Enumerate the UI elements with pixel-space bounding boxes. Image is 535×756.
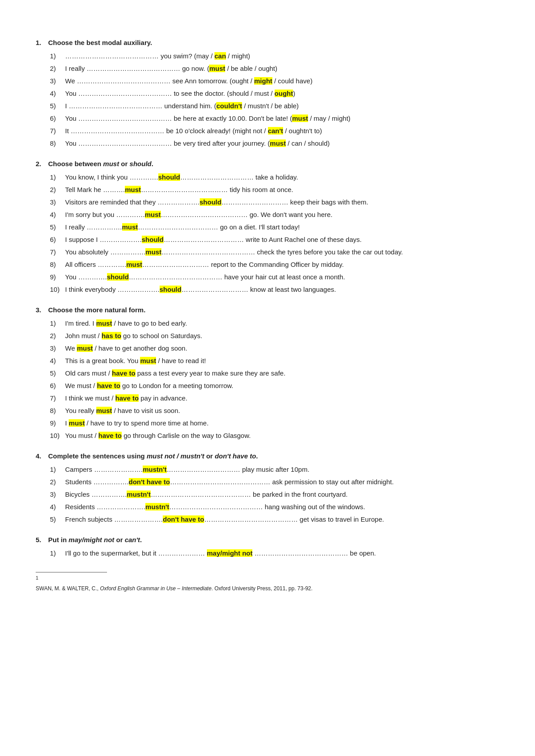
list-item: You know, I think you ………….should…………………… bbox=[50, 172, 499, 183]
section-2: 2.Choose between must or should.You know… bbox=[36, 159, 499, 295]
section-5-header: 5.Put in may/might not or can't. bbox=[36, 535, 499, 545]
section-4-list: Campers ………………….mustn't…………………………… play … bbox=[36, 464, 499, 525]
section-1-header: 1.Choose the best modal auxiliary. bbox=[36, 37, 499, 48]
list-item: I'm sorry but you ………….must…………………………………… bbox=[50, 209, 499, 220]
list-item: Old cars must / have to pass a test ever… bbox=[50, 368, 499, 379]
list-item: I think we must / have to pay in advance… bbox=[50, 393, 499, 404]
list-item: I think everybody ……………….should………………………… bbox=[50, 284, 499, 295]
section-3-list: I'm tired. I must / have to go to bed ea… bbox=[36, 318, 499, 441]
list-item: I …………………………………… understand him. (couldn… bbox=[50, 101, 499, 111]
list-item: This is a great book. You must / have to… bbox=[50, 356, 499, 366]
section-1-list: …………………………………… you swim? (may / can / mi… bbox=[36, 51, 499, 149]
list-item: Tell Mark he ……….must………………………………… tidy … bbox=[50, 184, 499, 195]
list-item: I really …………….must……………………………… go on a … bbox=[50, 222, 499, 233]
list-item: Visitors are reminded that they ……………….s… bbox=[50, 197, 499, 208]
section-1-title: Choose the best modal auxiliary. bbox=[48, 37, 152, 48]
list-item: You …………………………………… be very tired after y… bbox=[50, 138, 499, 149]
section-5-title: Put in may/might not or can't. bbox=[48, 535, 142, 545]
list-item: I'll go to the supermarket, but it ……………… bbox=[50, 548, 499, 559]
list-item: Bicycles …………….mustn't……………………………………… be… bbox=[50, 489, 499, 500]
section-1-num: 1. bbox=[36, 37, 45, 48]
list-item: We must / have to go to London for a mee… bbox=[50, 380, 499, 391]
section-3-header: 3.Choose the more natural form. bbox=[36, 305, 499, 315]
list-item: Students …………….don't have to………………………………… bbox=[50, 477, 499, 487]
section-5: 5.Put in may/might not or can't.I'll go … bbox=[36, 535, 499, 559]
list-item: Residents ………………….mustn't…………………………………… … bbox=[50, 502, 499, 512]
section-1: 1.Choose the best modal auxiliary.………………… bbox=[36, 37, 499, 149]
section-2-num: 2. bbox=[36, 159, 45, 169]
section-3: 3.Choose the more natural form.I'm tired… bbox=[36, 305, 499, 441]
section-2-header: 2.Choose between must or should. bbox=[36, 159, 499, 169]
section-4-header: 4.Complete the sentences using must not … bbox=[36, 451, 499, 462]
list-item: I'm tired. I must / have to go to bed ea… bbox=[50, 318, 499, 329]
list-item: All officers ………….must………………………… report … bbox=[50, 259, 499, 270]
section-4: 4.Complete the sentences using must not … bbox=[36, 451, 499, 525]
footnote-divider bbox=[36, 572, 107, 572]
section-3-title: Choose the more natural form. bbox=[48, 305, 145, 315]
list-item: You …………………………………… be here at exactly 10… bbox=[50, 113, 499, 124]
footnote-sup: 1 bbox=[36, 575, 38, 580]
list-item: Campers ………………….mustn't…………………………… play … bbox=[50, 464, 499, 475]
section-5-num: 5. bbox=[36, 535, 45, 545]
section-2-title: Choose between must or should. bbox=[48, 159, 153, 169]
list-item: You …………………………………… to see the doctor. (s… bbox=[50, 88, 499, 99]
footnote-ref: SWAN, M. & WALTER, C., Oxford English Gr… bbox=[36, 585, 313, 592]
section-4-num: 4. bbox=[36, 451, 45, 462]
section-2-list: You know, I think you ………….should…………………… bbox=[36, 172, 499, 295]
list-item: French subjects ………………….don't have to………… bbox=[50, 514, 499, 525]
list-item: I suppose I ……………….should……………………………… wr… bbox=[50, 234, 499, 245]
list-item: …………………………………… you swim? (may / can / mi… bbox=[50, 51, 499, 61]
section-4-title: Complete the sentences using must not / … bbox=[48, 451, 258, 462]
section-5-list: I'll go to the supermarket, but it ……………… bbox=[36, 548, 499, 559]
list-item: We …………………………………… see Ann tomorrow. (oug… bbox=[50, 76, 499, 86]
list-item: You must / have to go through Carlisle o… bbox=[50, 430, 499, 441]
list-item: I must / have to try to spend more time … bbox=[50, 418, 499, 429]
list-item: John must / has to go to school on Satur… bbox=[50, 331, 499, 341]
list-item: You absolutely …………….must…………………………………… … bbox=[50, 247, 499, 257]
list-item: We must / have to get another dog soon. bbox=[50, 343, 499, 354]
section-3-num: 3. bbox=[36, 305, 45, 315]
list-item: It …………………………………… be 10 o'clock already!… bbox=[50, 126, 499, 136]
footnote: 1 SWAN, M. & WALTER, C., Oxford English … bbox=[36, 574, 499, 593]
list-item: I really …………………………………… go now. (must / … bbox=[50, 63, 499, 74]
list-item: You ………….should…………………………………… have your … bbox=[50, 272, 499, 282]
list-item: You really must / have to visit us soon. bbox=[50, 405, 499, 416]
